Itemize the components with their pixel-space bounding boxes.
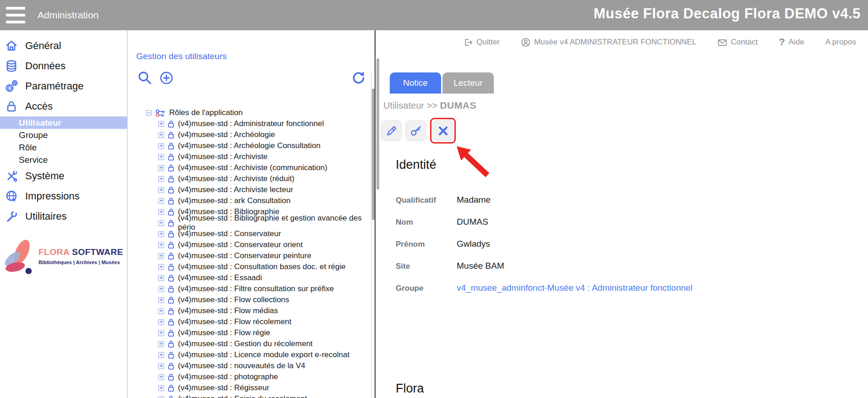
sidebar-subitem[interactable]: Service	[0, 154, 127, 166]
expand-toggle-icon[interactable]: +	[158, 374, 164, 380]
tree-node-role[interactable]: + (v4)musee-std : Flow médias	[127, 305, 375, 316]
expand-toggle-icon[interactable]: +	[158, 154, 164, 160]
expand-toggle-icon[interactable]: +	[158, 121, 164, 127]
expand-toggle-icon[interactable]: +	[158, 143, 164, 149]
tree-node-role[interactable]: + (v4)musee-std : Archiviste lecteur	[127, 184, 375, 195]
expand-toggle-icon[interactable]: +	[158, 396, 164, 398]
refresh-button[interactable]	[349, 68, 367, 86]
tree-node-role[interactable]: + (v4)musee-std : photographe	[127, 371, 375, 382]
hamburger-menu-icon[interactable]	[6, 7, 25, 23]
tree-node-role[interactable]: + (v4)musee-std : Archéologie	[127, 129, 375, 140]
tree-node-label: (v4)musee-std : Flow récolement	[178, 317, 292, 326]
expand-toggle-icon[interactable]: +	[158, 308, 164, 314]
sidebar-subitem[interactable]: Utilisateur	[0, 116, 127, 129]
expand-toggle-icon[interactable]: +	[158, 264, 164, 270]
tree-node-role[interactable]: + (v4)musee-std : Licence module export …	[127, 349, 375, 360]
tree-node-role[interactable]: + (v4)musee-std : Conservateur orient	[127, 239, 375, 250]
tree-node-role[interactable]: + (v4)musee-std : Consultation bases doc…	[127, 261, 375, 272]
identity-section: Identité Qualificatif Madame Nom DUMAS P…	[396, 158, 692, 305]
role-lock-icon	[167, 395, 175, 398]
edit-button[interactable]	[381, 120, 402, 141]
tree-node-role[interactable]: + (v4)musee-std : Administrateur fonctio…	[127, 118, 375, 129]
sidebar-item-impressions[interactable]: Impressions	[0, 186, 127, 206]
expand-toggle-icon[interactable]: +	[158, 341, 164, 347]
role-lock-icon	[167, 296, 175, 304]
sidebar-item-general[interactable]: Général	[0, 36, 127, 56]
tree-node-role[interactable]: + (v4)musee-std : Filtre consultation su…	[127, 283, 375, 294]
top-bar: Administration Musée Flora Decalog Flora…	[0, 0, 868, 30]
expand-toggle-icon[interactable]: +	[158, 363, 164, 369]
tab-notice[interactable]: Notice	[390, 72, 441, 94]
expand-toggle-icon[interactable]: +	[158, 286, 164, 292]
tree-node-role[interactable]: + (v4)musee-std : Régisseur	[127, 382, 375, 393]
lock-icon	[5, 100, 18, 113]
tree-node-role[interactable]: + (v4)musee-std : Gestion du récolement	[127, 338, 375, 349]
tree-node-role[interactable]: + (v4)musee-std : Archiviste (communicat…	[127, 162, 375, 173]
password-button[interactable]	[405, 120, 426, 141]
tree-root[interactable]: − Rôles de l'application	[127, 107, 375, 118]
sidebar-nav: Général Données Paramétrage Accès Utilis…	[0, 30, 127, 398]
add-button[interactable]	[158, 69, 175, 87]
expand-toggle-icon[interactable]: +	[158, 352, 164, 358]
tree-node-role[interactable]: + (v4)musee-std : Flow régie	[127, 327, 375, 338]
tree-node-role[interactable]: + (v4)musee-std : Archiviste (réduit)	[127, 173, 375, 184]
brand-name: FLORA SOFTWARE	[39, 247, 123, 257]
brand-tagline: Bibliothèques | Archives | Musées	[39, 260, 123, 265]
sidebar-item-donnees[interactable]: Données	[0, 56, 127, 76]
tree-node-label: (v4)musee-std : Administrateur fonctionn…	[178, 119, 324, 128]
expand-toggle-icon[interactable]: +	[158, 242, 164, 248]
expand-toggle-icon[interactable]: +	[158, 198, 164, 204]
flora-petals-icon	[3, 236, 34, 276]
expand-toggle-icon[interactable]: +	[158, 132, 164, 138]
search-button[interactable]	[136, 69, 154, 87]
identity-field-row: Prénom Gwladys	[396, 239, 692, 248]
expand-toggle-icon[interactable]: +	[158, 275, 164, 281]
identity-title: Identité	[396, 158, 692, 172]
collapse-toggle-icon[interactable]: −	[146, 110, 152, 116]
flora-section-title: Flora	[396, 381, 424, 396]
tree-node-role[interactable]: + (v4)musee-std : Flow récolement	[127, 316, 375, 327]
expand-toggle-icon[interactable]: +	[158, 187, 164, 193]
delete-button[interactable]	[432, 120, 453, 141]
tree-node-role[interactable]: + (v4)musee-std : ark Consultation	[127, 195, 375, 206]
expand-toggle-icon[interactable]: +	[158, 176, 164, 182]
expand-toggle-icon[interactable]: +	[158, 220, 164, 226]
role-lock-icon	[167, 307, 175, 315]
expand-toggle-icon[interactable]: +	[158, 165, 164, 171]
expand-toggle-icon[interactable]: +	[158, 253, 164, 259]
tree-scrollbar-track[interactable]	[371, 72, 371, 398]
expand-toggle-icon[interactable]: +	[158, 319, 164, 325]
sidebar-item-utilitaires[interactable]: Utilitaires	[0, 206, 127, 227]
identity-field-row: Site Musée BAM	[396, 261, 692, 270]
sidebar-item-parametrage[interactable]: Paramétrage	[0, 76, 127, 96]
identity-field-row: Groupe v4_musee_adminfonct-Musée v4 : Ad…	[396, 283, 692, 292]
tree-node-role[interactable]: + (v4)musee-std : Saisie du recolement	[127, 393, 375, 398]
sidebar-item-systeme[interactable]: Système	[0, 166, 127, 186]
expand-toggle-icon[interactable]: +	[158, 231, 164, 237]
tree-node-label: (v4)musee-std : Essaadi	[178, 273, 262, 282]
tree-node-role[interactable]: + (v4)musee-std : Bibliographie et gesti…	[127, 217, 375, 228]
tree-node-role[interactable]: + (v4)musee-std : nouveautés de la V4	[127, 360, 375, 371]
sidebar-subitem[interactable]: Groupe	[0, 129, 127, 141]
role-lock-icon	[167, 219, 175, 227]
expand-toggle-icon[interactable]: +	[158, 385, 164, 391]
tree-node-role[interactable]: + (v4)musee-std : Essaadi	[127, 272, 375, 283]
tab-lecteur[interactable]: Lecteur	[442, 72, 494, 94]
role-lock-icon	[167, 351, 175, 359]
keys-icon	[155, 109, 166, 117]
field-label: Site	[396, 262, 457, 271]
expand-toggle-icon[interactable]: +	[158, 209, 164, 215]
tree-node-role[interactable]: + (v4)musee-std : Archiviste	[127, 151, 375, 162]
key-icon	[409, 124, 422, 137]
tree-node-role[interactable]: + (v4)musee-std : Archéologie Consultati…	[127, 140, 375, 151]
expand-toggle-icon[interactable]: +	[158, 330, 164, 336]
role-lock-icon	[167, 120, 175, 128]
sidebar-item-acces[interactable]: Accès	[0, 96, 127, 116]
role-lock-icon	[167, 197, 175, 205]
tree-node-label: (v4)musee-std : Consultation bases doc. …	[178, 262, 346, 271]
tree-node-label: (v4)musee-std : Archiviste lecteur	[178, 185, 293, 194]
tree-node-role[interactable]: + (v4)musee-std : Flow collections	[127, 294, 375, 305]
sidebar-subitem[interactable]: Rôle	[0, 141, 127, 154]
tree-node-role[interactable]: + (v4)musee-std : Conservateur peinture	[127, 250, 375, 261]
expand-toggle-icon[interactable]: +	[158, 297, 164, 303]
